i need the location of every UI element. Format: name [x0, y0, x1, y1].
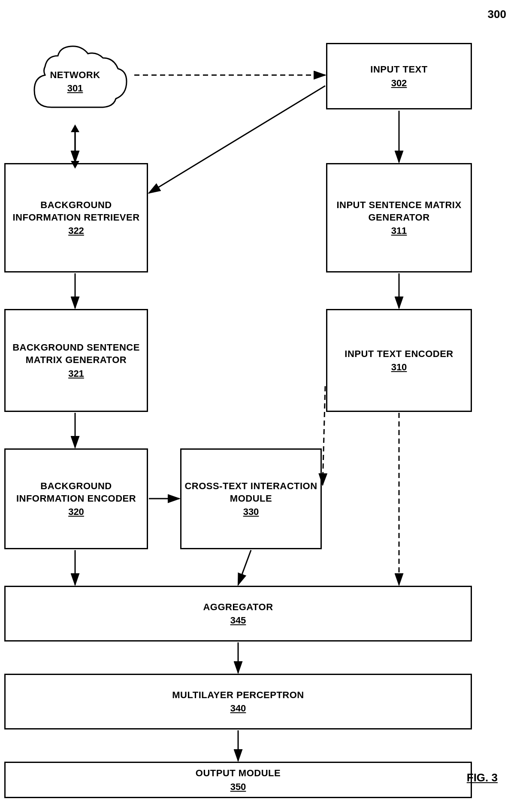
multilayer-perceptron-box: MULTILAYER PERCEPTRON 340 — [4, 674, 472, 729]
bg-retriever-box: BACKGROUND INFORMATION RETRIEVER 322 — [4, 163, 148, 272]
encoder-to-crosstext-dashed — [323, 386, 325, 485]
network-node: NETWORK 301 — [17, 34, 133, 129]
diagram: 300 NETWORK 301 INPUT TEXT 302 BACKGROUN… — [0, 0, 532, 808]
aggregator-box: AGGREGATOR 345 — [4, 586, 472, 642]
cross-text-interaction-box: CROSS-TEXT INTERACTION MODULE 330 — [180, 448, 322, 549]
bg-sentence-matrix-box: BACKGROUND SENTENCE MATRIX GENERATOR 321 — [4, 309, 148, 412]
bg-info-encoder-box: BACKGROUND INFORMATION ENCODER 320 — [4, 448, 148, 549]
output-module-box: OUTPUT MODULE 350 — [4, 762, 472, 798]
input-text-box: INPUT TEXT 302 — [326, 43, 472, 109]
fig-label: FIG. 3 — [467, 771, 498, 784]
crosstext-to-aggregator — [238, 550, 251, 585]
inputtext-to-bgretriever — [149, 86, 325, 193]
input-text-encoder-box: INPUT TEXT ENCODER 310 — [326, 309, 472, 412]
ref-number: 300 — [488, 8, 506, 21]
input-sentence-matrix-box: INPUT SENTENCE MATRIX GENERATOR 311 — [326, 163, 472, 272]
network-text: NETWORK 301 — [50, 69, 100, 94]
